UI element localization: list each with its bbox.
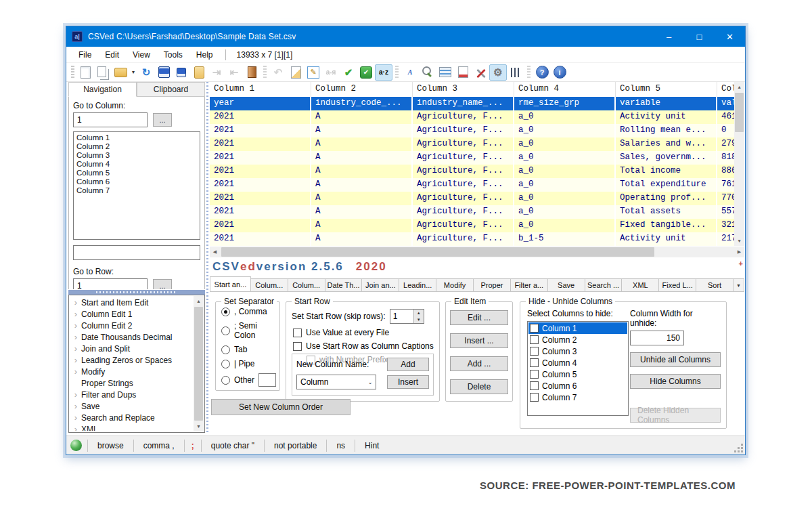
grid-cell[interactable]: val [717,97,734,110]
table-row[interactable]: 2021AAgriculture, F...a_0Total assets557 [210,205,734,219]
grid-cell[interactable]: a_0 [514,178,616,192]
tree-expand-icon[interactable]: › [70,424,81,431]
exit-door-icon[interactable] [243,64,261,81]
tree-item[interactable]: ›Search and Replace [70,412,193,423]
grid-cell[interactable]: Total assets [616,205,717,219]
misc-input[interactable] [73,245,200,260]
tree-expand-icon[interactable]: › [70,412,81,423]
tab-navigation[interactable]: Navigation [68,82,137,97]
grid-cell[interactable]: A [311,178,413,192]
tree-item[interactable]: ›Date Thousands Decimal [70,331,193,343]
function-tab[interactable]: Save [548,278,585,292]
copy-icon[interactable] [94,64,112,81]
new-file-icon[interactable] [76,64,94,81]
grid-cell[interactable]: b_1-5 [514,232,616,246]
grid-cell[interactable]: Agriculture, F... [413,192,514,205]
extract-file-icon[interactable] [225,64,243,81]
function-tab[interactable]: Colum... [288,278,325,292]
grid-cell[interactable]: A [311,205,413,219]
grid-cell[interactable]: 279 [717,137,734,151]
function-tab[interactable]: Colum... [251,278,288,292]
table-row[interactable]: 2021AAgriculture, F...a_0Operating prof.… [210,192,734,205]
scroll-right-icon[interactable]: ▶ [734,247,744,257]
grid-cell[interactable]: Column 3 [413,82,514,97]
open-dropdown-icon[interactable] [129,64,137,81]
grid-cell[interactable]: Column 4 [514,82,616,97]
grid-cell[interactable]: 321 [717,219,734,232]
tree-scroll-thumb[interactable] [194,307,203,421]
insert-file-icon[interactable] [208,64,225,81]
tree-item[interactable]: ›Save [70,400,193,412]
grid-cell[interactable]: A [311,232,413,246]
grid-cell[interactable]: 557 [717,205,734,219]
grid-cell[interactable]: 2021 [210,110,311,124]
separator-option[interactable]: ; Semi Colon [221,321,279,340]
radio-icon[interactable] [221,326,230,335]
scroll-left-icon[interactable]: ◀ [210,247,220,257]
grid-cell[interactable]: 761 [717,178,734,192]
function-tab[interactable]: Modify [436,278,474,292]
tools-icon[interactable] [472,64,489,81]
grid-cell[interactable]: Salaries and w... [616,137,717,151]
tree-item[interactable]: ›Column Edit 1 [70,308,193,320]
table-row[interactable]: 2021AAgriculture, F...a_0Fixed tangible.… [210,219,734,232]
expand-plus-icon[interactable]: + [739,259,743,268]
insert-item-button[interactable]: Insert ... [450,333,508,348]
grid-cell[interactable]: A [311,219,413,232]
grid-cell[interactable]: A [311,165,413,178]
grid-cell[interactable]: 2021 [210,151,311,165]
grid-cell[interactable]: rme_size_grp [514,97,616,110]
grid-cell[interactable]: 2021 [210,232,311,246]
grid-horizontal-scrollbar[interactable]: ◀ ▶ [210,247,744,257]
tree-expand-icon[interactable]: › [70,355,81,365]
tree-item[interactable]: ›Leading Zeros or Spaces [70,354,193,366]
tree-expand-icon[interactable]: › [70,297,81,308]
grid-cell[interactable]: Column 5 [616,82,717,97]
list-item[interactable]: Column 2 [76,142,197,151]
checkbox-icon[interactable] [530,381,539,390]
tree-expand-icon[interactable]: › [70,366,81,377]
grid-cell[interactable]: 770 [717,192,734,205]
confirm-box-icon[interactable] [357,64,375,81]
table-row[interactable]: 2021AAgriculture, F...a_0Total income886 [210,165,734,178]
menu-help[interactable]: Help [189,50,220,60]
grid-cell[interactable]: 2021 [210,178,311,192]
grid-cell[interactable]: Activity unit [616,110,717,124]
grid-cell[interactable]: 2021 [210,192,311,205]
grid-cell[interactable]: Total income [616,165,717,178]
grid-cell[interactable]: a_0 [514,205,616,219]
grid-cell[interactable]: Column 2 [311,82,413,97]
columns-icon[interactable] [507,64,524,81]
tree-scrollbar[interactable]: ▲ ▼ [194,296,204,431]
grid-cell[interactable]: industry_code_... [311,97,413,110]
grid-cell[interactable]: 818 [717,151,734,165]
set-column-order-button[interactable]: Set New Column Order [211,399,351,415]
grid-cell[interactable]: 217 [717,232,734,246]
table-row[interactable]: 2021AAgriculture, F...a_0Rolling mean e.… [210,124,734,137]
grid-cell[interactable]: Column 1 [210,82,311,97]
grid-cell[interactable]: Agriculture, F... [413,137,514,151]
add-item-button[interactable]: Add ... [450,356,508,371]
hide-columns-button[interactable]: Hide Columns [630,374,721,389]
menu-file[interactable]: File [72,50,98,60]
checkbox-icon[interactable] [530,324,539,333]
use-value-checkbox[interactable] [293,329,302,337]
rename-icon[interactable] [322,64,340,81]
doc-red-icon[interactable] [454,64,472,81]
scroll-up-icon[interactable]: ▲ [734,82,744,92]
scroll-down-icon[interactable]: ▼ [194,421,204,431]
grid-cell[interactable]: Total expenditure [616,178,717,192]
row-view-icon[interactable] [436,64,454,81]
table-row[interactable]: 2021AAgriculture, F...a_0Total expenditu… [210,178,734,192]
horizontal-splitter[interactable] [68,289,205,295]
grid-cell[interactable]: Rolling mean e... [616,124,717,137]
grid-cell[interactable]: a_0 [514,165,616,178]
grid-cell[interactable]: Agriculture, F... [413,165,514,178]
tab-list-dropdown-icon[interactable]: ▼ [734,278,744,292]
function-tab[interactable]: Leadin... [399,278,436,292]
maximize-button[interactable]: □ [684,26,715,47]
grid-cell[interactable]: A [311,124,413,137]
grid-cell[interactable]: Agriculture, F... [413,124,514,137]
grid-cell[interactable]: a_0 [514,137,616,151]
tree-item[interactable]: Proper Strings [70,377,193,389]
